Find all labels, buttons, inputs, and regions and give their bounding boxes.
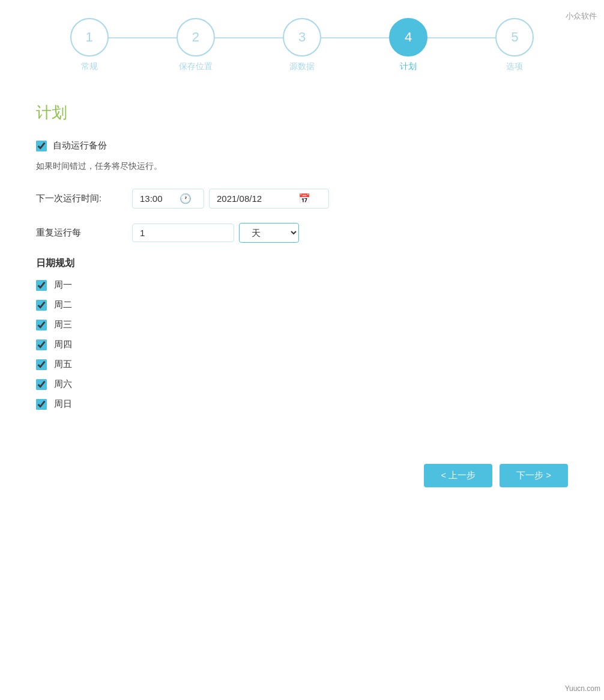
- day-wednesday-checkbox[interactable]: [36, 320, 47, 330]
- day-saturday-label: 周六: [54, 379, 72, 390]
- day-tuesday-checkbox[interactable]: [36, 300, 47, 311]
- step-2-circle: 2: [177, 18, 215, 56]
- step-2[interactable]: 2 保存位置: [142, 18, 249, 72]
- stepper: 1 常规 2 保存位置 3 源数据 4 计划 5 选项: [0, 0, 604, 84]
- day-row-saturday: 周六: [36, 379, 568, 390]
- step-5-circle: 5: [495, 18, 534, 56]
- time-input[interactable]: [140, 193, 176, 204]
- step-5-label: 选项: [506, 61, 523, 72]
- step-2-label: 保存位置: [179, 61, 213, 72]
- unit-select[interactable]: 天 周 月: [239, 223, 299, 243]
- main-content: 计划 自动运行备份 如果时间错过，任务将尽快运行。 下一次运行时间: 🕐 📅 重…: [0, 84, 604, 452]
- day-friday-checkbox[interactable]: [36, 359, 47, 370]
- step-3-label: 源数据: [289, 61, 315, 72]
- day-monday-checkbox[interactable]: [36, 280, 47, 291]
- step-1-label: 常规: [81, 61, 98, 72]
- date-input[interactable]: [217, 193, 295, 204]
- step-3-circle: 3: [283, 18, 321, 56]
- footer-buttons: < 上一步 下一步 >: [0, 452, 604, 505]
- day-row-monday: 周一: [36, 279, 568, 291]
- step-4[interactable]: 4 计划: [355, 18, 462, 72]
- day-wednesday-label: 周三: [54, 319, 72, 330]
- day-friday-label: 周五: [54, 359, 72, 370]
- hint-text: 如果时间错过，任务将尽快运行。: [36, 161, 568, 172]
- step-1[interactable]: 1 常规: [36, 18, 142, 72]
- bottom-watermark: Yuucn.com: [561, 683, 604, 694]
- auto-run-checkbox[interactable]: [36, 141, 47, 151]
- repeat-row: 重复运行每 天 周 月: [36, 223, 568, 243]
- time-input-wrap: 🕐: [132, 189, 204, 208]
- day-sunday-checkbox[interactable]: [36, 399, 47, 410]
- day-row-sunday: 周日: [36, 398, 568, 410]
- day-row-tuesday: 周二: [36, 299, 568, 311]
- date-input-wrap: 📅: [209, 189, 329, 208]
- day-thursday-label: 周四: [54, 339, 72, 350]
- repeat-input[interactable]: [132, 224, 234, 242]
- step-1-circle: 1: [70, 18, 109, 56]
- next-run-row: 下一次运行时间: 🕐 📅: [36, 189, 568, 208]
- day-row-friday: 周五: [36, 359, 568, 370]
- day-tuesday-label: 周二: [54, 299, 72, 311]
- day-checkboxes: 周一 周二 周三 周四 周五 周六 周日: [36, 279, 568, 410]
- next-button[interactable]: 下一步 >: [500, 464, 568, 487]
- step-5[interactable]: 5 选项: [462, 18, 568, 72]
- day-row-wednesday: 周三: [36, 319, 568, 330]
- date-rules-title: 日期规划: [36, 257, 568, 270]
- day-saturday-checkbox[interactable]: [36, 379, 47, 390]
- day-thursday-checkbox[interactable]: [36, 339, 47, 350]
- auto-run-label: 自动运行备份: [53, 140, 107, 151]
- prev-button[interactable]: < 上一步: [424, 464, 492, 487]
- step-4-label: 计划: [400, 61, 417, 72]
- calendar-icon: 📅: [298, 193, 310, 204]
- step-3[interactable]: 3 源数据: [249, 18, 355, 72]
- repeat-label: 重复运行每: [36, 227, 132, 239]
- next-run-label: 下一次运行时间:: [36, 193, 132, 204]
- day-monday-label: 周一: [54, 279, 72, 291]
- day-row-thursday: 周四: [36, 339, 568, 350]
- page-title: 计划: [36, 102, 568, 123]
- clock-icon: 🕐: [180, 193, 192, 204]
- day-sunday-label: 周日: [54, 398, 72, 410]
- auto-run-row: 自动运行备份: [36, 140, 568, 151]
- step-4-circle: 4: [389, 18, 427, 56]
